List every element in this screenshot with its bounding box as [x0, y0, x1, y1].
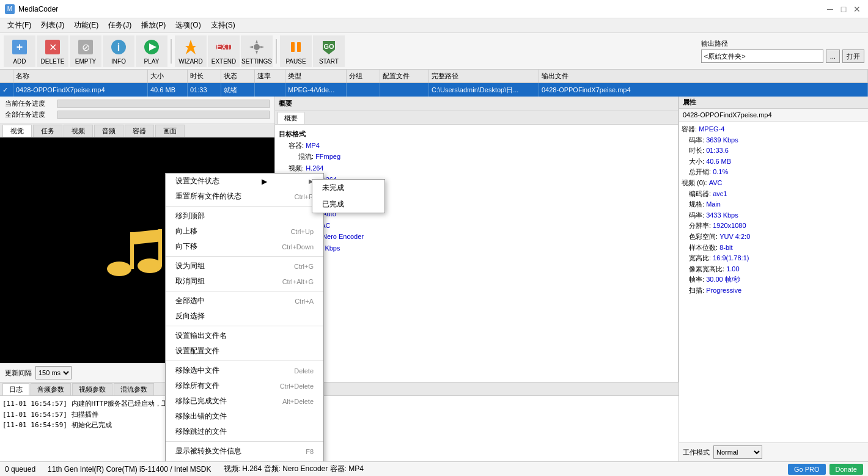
prop-1: 码率: 3639 Kbps	[682, 135, 866, 146]
tab-video[interactable]: 视频	[64, 125, 93, 137]
extend-button[interactable]: EXT EXTEND	[208, 35, 240, 67]
pause-label: PAUSE	[285, 58, 306, 65]
submenu-incomplete[interactable]: 未完成	[312, 180, 384, 196]
ctx-group[interactable]: 设为同组 Ctrl+G	[166, 258, 323, 274]
ctx-remove-all[interactable]: 移除所有文件 Ctrl+Delete	[166, 378, 323, 394]
status-left: 0 queued 11th Gen Intel(R) Core(TM) i5-1…	[5, 464, 364, 474]
ctx-move-down[interactable]: 向下移 Ctrl+Down	[166, 239, 323, 254]
summary-tab-main[interactable]: 概要	[278, 112, 304, 124]
ctx-set-profile[interactable]: 设置配置文件	[166, 343, 323, 359]
svg-rect-14	[291, 42, 295, 52]
play-icon	[142, 37, 161, 57]
progress-area: 当前任务进度 全部任务进度	[0, 97, 274, 124]
pause-button[interactable]: PAUSE	[280, 35, 312, 67]
open-folder-button[interactable]: 打开	[842, 49, 864, 63]
status-bar: 0 queued 11th Gen Intel(R) Core(TM) i5-1…	[0, 461, 868, 476]
file-list-row[interactable]: ✓ 0428-OPPOFindX7peise.mp4 40.6 MB 01:33…	[0, 83, 868, 97]
ctx-sep-2	[166, 256, 323, 257]
tab-frame[interactable]: 画面	[155, 125, 185, 137]
empty-button[interactable]: ⊘ EMPTY	[70, 35, 101, 67]
settings-button[interactable]: SETTINGS	[241, 35, 273, 67]
ctx-sep-4	[166, 326, 323, 326]
work-mode-select[interactable]: Normal Fast Quality	[713, 445, 762, 459]
tab-bar: 视觉 任务 视频 音频 容器 画面	[0, 124, 274, 137]
ctx-show-source-info[interactable]: 显示被转换文件信息 F8	[166, 444, 323, 459]
all-progress-bar	[57, 111, 270, 119]
play-button[interactable]: PLAY	[136, 35, 167, 67]
col-duration: 时长	[188, 70, 221, 82]
status-queue: 0 queued	[5, 465, 35, 474]
ctx-move-top[interactable]: 移到顶部	[166, 208, 323, 224]
output-path-input[interactable]	[701, 49, 823, 63]
wizard-button[interactable]: WIZARD	[175, 35, 207, 67]
menu-options[interactable]: 选项(O)	[171, 19, 205, 32]
app-icon: M	[5, 4, 15, 14]
ctx-invert-select[interactable]: 反向选择	[166, 309, 323, 324]
menu-list[interactable]: 列表(J)	[36, 19, 69, 32]
tab-audio[interactable]: 音频	[94, 125, 123, 137]
all-progress-label: 全部任务进度	[5, 110, 54, 119]
ctx-reset-status[interactable]: 重置所有文件的状态 Ctrl+R	[166, 189, 323, 204]
add-button[interactable]: + ADD	[4, 35, 35, 67]
menu-support[interactable]: 支持(S)	[206, 19, 240, 32]
log-tab-mux[interactable]: 混流参数	[114, 383, 154, 395]
browse-button[interactable]: ...	[826, 49, 840, 63]
ctx-remove-selected[interactable]: 移除选中文件 Delete	[166, 363, 323, 378]
ctx-set-status[interactable]: 设置文件状态 ▶	[166, 174, 323, 189]
minimize-button[interactable]: ─	[824, 3, 836, 15]
submenu-complete[interactable]: 已完成	[312, 196, 384, 213]
update-interval-label: 更新间隔	[5, 368, 32, 378]
extend-label: EXTEND	[211, 58, 237, 65]
properties-header: 属性	[679, 97, 868, 109]
ctx-show-output-info[interactable]: 显示转换后文件信息 Shift+F8	[166, 459, 323, 461]
ctx-set-output-name[interactable]: 设置输出文件名	[166, 328, 323, 343]
ctx-remove-skipped[interactable]: 移除跳过的文件	[166, 424, 323, 439]
delete-button[interactable]: ✕ DELETE	[37, 35, 68, 67]
settings-icon	[247, 37, 267, 57]
ctx-sep-3	[166, 291, 323, 291]
row-output: 0428-OPPOFindX7peise.mp4	[539, 83, 868, 97]
tab-container[interactable]: 容器	[125, 125, 154, 137]
title-bar-left: M MediaCoder	[5, 4, 58, 14]
ctx-sep-5	[166, 361, 323, 361]
col-output: 输出文件	[539, 70, 868, 82]
menu-file[interactable]: 文件(F)	[2, 19, 36, 32]
donate-button[interactable]: Donate	[829, 464, 863, 475]
row-type: MPEG-4/Vide...	[285, 83, 347, 97]
start-button[interactable]: GO START	[313, 35, 345, 67]
menu-function[interactable]: 功能(E)	[69, 19, 103, 32]
menu-task[interactable]: 任务(J)	[103, 19, 136, 32]
row-path: C:\Users\admin\Desktop\日...	[429, 83, 539, 97]
log-tab-main[interactable]: 日志	[2, 383, 29, 395]
prop-2: 时长: 01:33.6	[682, 145, 866, 156]
ctx-move-up[interactable]: 向上移 Ctrl+Up	[166, 224, 323, 239]
log-line-2: [11-01 16:54:59] 初始化已完成	[2, 420, 676, 431]
tab-task[interactable]: 任务	[33, 125, 62, 137]
current-progress-bar	[57, 100, 270, 108]
row-duration: 01:33	[188, 83, 221, 97]
ctx-remove-done[interactable]: 移除已完成文件 Alt+Delete	[166, 394, 323, 409]
menu-play[interactable]: 播放(P)	[136, 19, 171, 32]
ctx-remove-error[interactable]: 移除出错的文件	[166, 409, 323, 424]
prop-10: 色彩空间: YUV 4:2:0	[682, 232, 866, 243]
summary-item-2: 混流: FFmpeg	[279, 151, 674, 163]
info-button[interactable]: i INFO	[103, 35, 134, 67]
ctx-ungroup[interactable]: 取消同组 Ctrl+Alt+G	[166, 274, 323, 289]
update-interval-select[interactable]: 150 ms 50 ms 100 ms 200 ms 500 ms	[35, 366, 72, 379]
title-bar: M MediaCoder ─ □ ✕	[0, 0, 868, 18]
toolbar-right: 输出路径 ... 打开	[701, 39, 864, 63]
close-button[interactable]: ✕	[851, 3, 863, 15]
prop-7: 规格: Main	[682, 199, 866, 210]
log-tab-audio[interactable]: 音频参数	[31, 383, 71, 395]
ctx-select-all[interactable]: 全部选中 Ctrl+A	[166, 293, 323, 309]
properties-tree: 容器: MPEG-4 码率: 3639 Kbps 时长: 01:33.6 大小:…	[679, 122, 868, 442]
log-tab-video[interactable]: 视频参数	[72, 383, 112, 395]
go-pro-button[interactable]: Go PRO	[788, 464, 826, 475]
prop-11: 样本位数: 8-bit	[682, 243, 866, 254]
app-title: MediaCoder	[18, 5, 58, 13]
tab-preview[interactable]: 视觉	[2, 125, 32, 137]
app-container: M MediaCoder ─ □ ✕ 文件(F) 列表(J) 功能(E) 任务(…	[0, 0, 868, 476]
maximize-button[interactable]: □	[837, 3, 850, 15]
log-content: [11-01 16:54:57] 内建的HTTP服务器已经启动，工作于端口198…	[0, 396, 679, 461]
prop-14: 帧率: 30.00 帧/秒	[682, 274, 866, 285]
